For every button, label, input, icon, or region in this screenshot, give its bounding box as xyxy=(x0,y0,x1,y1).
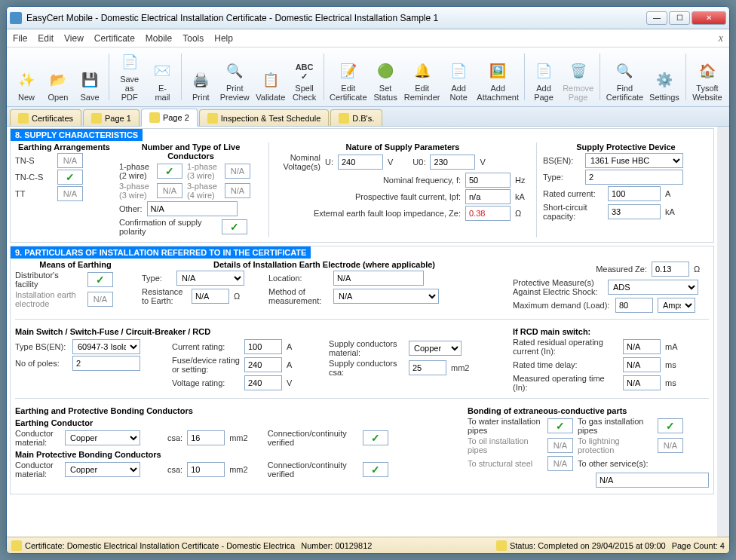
tb-email[interactable]: ✉️E-mail xyxy=(147,50,177,103)
menu-tools[interactable]: Tools xyxy=(182,33,204,44)
lbl-mze: Measured Ze: xyxy=(596,265,647,274)
tb-new[interactable]: ✨New xyxy=(11,50,41,103)
chk-ie[interactable]: N/A xyxy=(87,292,113,307)
preview-icon: 🔍 xyxy=(224,61,245,82)
tab-page2[interactable]: Page 2 xyxy=(141,109,198,127)
tb-addpage[interactable]: 📄Add Page xyxy=(529,50,559,103)
tb-saveas[interactable]: 📄Save as PDF xyxy=(113,50,146,103)
menu-certificate[interactable]: Certificate xyxy=(94,33,135,44)
sel-md-u[interactable]: Amps xyxy=(658,298,695,313)
inp-sc[interactable] xyxy=(608,204,661,219)
tb-save[interactable]: 💾Save xyxy=(75,50,105,103)
lbl-md: Maximum demand (Load): xyxy=(513,301,611,310)
chk-tns[interactable]: N/A xyxy=(57,153,83,168)
chk-3p3[interactable]: N/A xyxy=(157,183,182,198)
sel-msbs[interactable]: 60947-3 Isolator xyxy=(72,339,140,354)
inp-vr[interactable] xyxy=(244,375,282,390)
tab-dbs[interactable]: D.B's. xyxy=(330,109,382,126)
close-button[interactable]: ✕ xyxy=(692,11,726,25)
sel-pm[interactable]: ADS xyxy=(608,280,698,295)
chk-ec-ccv[interactable] xyxy=(363,430,388,445)
menu-view[interactable]: View xyxy=(64,33,84,44)
inp-ecsa[interactable] xyxy=(187,430,225,445)
new-icon: ✨ xyxy=(16,70,37,91)
addpage-icon: 📄 xyxy=(533,61,554,82)
menu-help[interactable]: Help xyxy=(214,33,233,44)
chk-3p4[interactable]: N/A xyxy=(225,183,250,198)
chk-gas[interactable] xyxy=(658,418,683,433)
statusbar: Certificate: Domestic Electrical Install… xyxy=(7,537,729,553)
lbl-oil: To oil installation pipes xyxy=(468,436,543,454)
menu-file[interactable]: File xyxy=(13,33,27,44)
inner-close-button[interactable]: x xyxy=(719,32,723,44)
tb-removepage[interactable]: 🗑️Remove Page xyxy=(560,50,596,103)
sel-ecm[interactable]: Copper xyxy=(65,430,140,445)
lbl-3p3: 3-phase (3 wire) xyxy=(119,182,152,200)
inp-mo[interactable] xyxy=(623,375,661,390)
tb-spell[interactable]: ABC✓Spell Check xyxy=(290,50,320,103)
live-head: Number and Type of Live Conductors xyxy=(119,142,262,161)
inp-res[interactable] xyxy=(192,289,229,304)
tb-open[interactable]: 📂Open xyxy=(43,50,73,103)
chk-confirm[interactable] xyxy=(222,219,247,234)
tb-print[interactable]: 🖨️Print xyxy=(186,50,216,103)
lbl-tns: TN-S xyxy=(15,156,53,165)
sel-bs[interactable]: 1361 Fuse HBC xyxy=(585,153,683,168)
inp-md[interactable] xyxy=(615,298,653,313)
sel-mpm[interactable]: Copper xyxy=(65,462,140,477)
chk-df[interactable] xyxy=(87,272,113,287)
chk-mp-ccv[interactable] xyxy=(363,462,388,477)
sel-mom[interactable]: N/A xyxy=(333,289,439,304)
inp-loc[interactable] xyxy=(333,271,424,286)
inp-np[interactable] xyxy=(72,356,140,371)
tb-validate[interactable]: 📋Validate xyxy=(253,50,288,103)
inp-u0[interactable] xyxy=(430,155,475,170)
print-icon: 🖨️ xyxy=(190,70,211,91)
tab-certificates[interactable]: Certificates xyxy=(10,109,81,126)
chk-1p2[interactable] xyxy=(157,164,182,179)
tab-inspection[interactable]: Inspection & Test Schedule xyxy=(199,109,330,126)
tb-website[interactable]: 🏠Tysoft Website xyxy=(690,50,725,103)
minimize-button[interactable]: — xyxy=(646,11,667,25)
vertical-scrollbar[interactable] xyxy=(717,127,729,537)
inp-mpcsa[interactable] xyxy=(187,462,225,477)
inp-other[interactable] xyxy=(147,201,238,216)
inp-scc[interactable] xyxy=(409,360,446,375)
inp-rt[interactable] xyxy=(623,357,661,372)
tb-addnote[interactable]: 📄Add Note xyxy=(443,50,474,103)
inp-u[interactable] xyxy=(338,155,383,170)
inp-mze[interactable] xyxy=(652,262,689,277)
tb-editcert[interactable]: 📝Edit Certificate xyxy=(327,50,369,103)
inp-os[interactable] xyxy=(596,473,709,488)
rcd-head: If RCD main switch: xyxy=(513,327,709,336)
menu-edit[interactable]: Edit xyxy=(38,33,54,44)
inp-pfc[interactable] xyxy=(465,189,511,204)
menu-mobile[interactable]: Mobile xyxy=(146,33,172,44)
sel-etype[interactable]: N/A xyxy=(176,271,244,286)
inp-ro[interactable] xyxy=(623,339,661,354)
chk-tt[interactable]: N/A xyxy=(57,186,83,201)
inp-ze[interactable] xyxy=(465,206,511,221)
tb-status[interactable]: 🟢Set Status xyxy=(370,50,400,103)
tab-page1[interactable]: Page 1 xyxy=(83,109,140,126)
tb-settings[interactable]: ⚙️Settings xyxy=(647,50,682,103)
tb-attach[interactable]: 🖼️Add Attachment xyxy=(475,50,520,103)
chk-lp[interactable]: N/A xyxy=(658,438,683,453)
tb-find[interactable]: 🔍Find Certificate xyxy=(604,50,646,103)
maximize-button[interactable]: ☐ xyxy=(669,11,690,25)
chk-oil[interactable]: N/A xyxy=(547,438,573,453)
chk-water[interactable] xyxy=(547,418,573,433)
inp-type[interactable] xyxy=(585,170,683,185)
inp-rated[interactable] xyxy=(608,186,661,201)
inp-cr[interactable] xyxy=(244,339,282,354)
tb-reminder[interactable]: 🔔Edit Reminder xyxy=(402,50,442,103)
sel-scm[interactable]: Copper xyxy=(409,341,462,356)
inp-nf[interactable] xyxy=(465,173,511,188)
chk-ss[interactable]: N/A xyxy=(547,456,573,471)
inp-fd[interactable] xyxy=(244,357,282,372)
diee-head: Details of Installation Earth Electrode … xyxy=(142,260,507,269)
tb-preview[interactable]: 🔍Print Preview xyxy=(217,50,252,103)
lbl-fd: Fuse/device rating or setting: xyxy=(172,356,240,374)
chk-tncs[interactable] xyxy=(57,170,83,185)
chk-1p3[interactable]: N/A xyxy=(225,164,250,179)
